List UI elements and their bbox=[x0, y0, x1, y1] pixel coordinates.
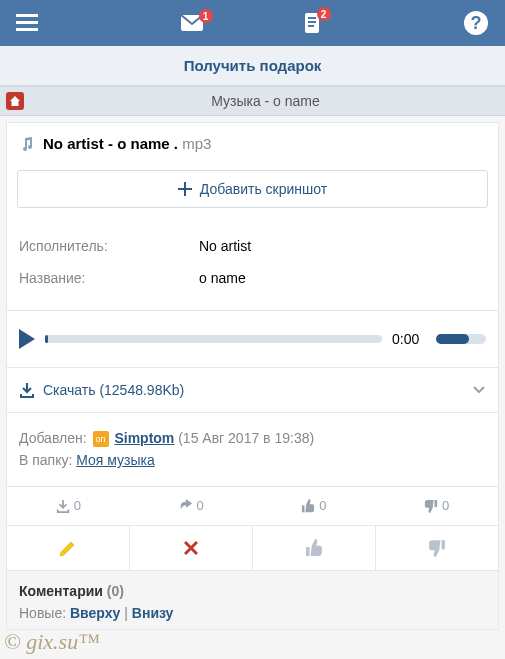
online-badge: on bbox=[93, 431, 109, 447]
actions-row bbox=[7, 525, 498, 570]
gift-bar: Получить подарок bbox=[0, 46, 505, 86]
edit-button[interactable] bbox=[7, 526, 130, 570]
help-icon: ? bbox=[463, 10, 489, 36]
volume-bar[interactable] bbox=[436, 334, 486, 344]
stat-downloads-count: 0 bbox=[74, 498, 81, 513]
pencil-icon bbox=[59, 539, 77, 557]
music-note-icon bbox=[19, 136, 35, 152]
upload-date: (15 Авг 2017 в 19:38) bbox=[178, 430, 314, 446]
meta-artist-label: Исполнитель: bbox=[19, 238, 199, 254]
player-time: 0:00 bbox=[392, 331, 426, 347]
progress-fill bbox=[45, 335, 48, 343]
expand-button[interactable] bbox=[472, 385, 486, 395]
svg-rect-0 bbox=[16, 14, 38, 17]
meta-name-value: o name bbox=[199, 270, 246, 286]
svg-rect-1 bbox=[16, 21, 38, 24]
mail-button[interactable]: 1 bbox=[181, 15, 203, 31]
comments-header: Коментарии (0) bbox=[7, 570, 498, 605]
mail-badge: 1 bbox=[199, 9, 213, 23]
content-card: No artist - o name . mp3 Добавить скринш… bbox=[6, 122, 499, 630]
download-icon bbox=[19, 382, 35, 398]
play-button[interactable] bbox=[19, 329, 35, 349]
added-line: Добавлен: on Simptom (15 Авг 2017 в 19:3… bbox=[19, 427, 486, 449]
stat-shares[interactable]: 0 bbox=[130, 487, 253, 525]
dislike-icon bbox=[424, 499, 438, 513]
sort-bottom[interactable]: Внизу bbox=[132, 605, 174, 621]
audio-player: 0:00 bbox=[7, 311, 498, 367]
house-icon bbox=[9, 95, 21, 107]
doc-button[interactable]: 2 bbox=[303, 13, 321, 33]
plus-icon bbox=[178, 182, 192, 196]
folder-label: В папку: bbox=[19, 452, 72, 468]
download-button[interactable]: Скачать (12548.98Kb) bbox=[19, 382, 184, 398]
track-ext: mp3 bbox=[178, 135, 211, 152]
svg-rect-6 bbox=[308, 21, 316, 23]
meta-artist-value: No artist bbox=[199, 238, 251, 254]
folder-line: В папку: Моя музыка bbox=[19, 449, 486, 471]
track-title: No artist - o name . mp3 bbox=[7, 123, 498, 164]
track-title-text: No artist - o name . mp3 bbox=[43, 135, 211, 152]
svg-rect-5 bbox=[308, 17, 316, 19]
folder-link[interactable]: Моя музыка bbox=[76, 452, 155, 468]
sort-sep: | bbox=[120, 605, 131, 621]
progress-bar[interactable] bbox=[45, 335, 382, 343]
stat-downloads[interactable]: 0 bbox=[7, 487, 130, 525]
comments-title: Коментарии bbox=[19, 583, 103, 599]
add-screenshot-button[interactable]: Добавить скриншот bbox=[17, 170, 488, 208]
added-block: Добавлен: on Simptom (15 Авг 2017 в 19:3… bbox=[7, 413, 498, 486]
cross-icon bbox=[184, 541, 198, 555]
track-name: No artist - o name . bbox=[43, 135, 178, 152]
help-button[interactable]: ? bbox=[463, 10, 489, 36]
stat-likes[interactable]: 0 bbox=[253, 487, 376, 525]
delete-button[interactable] bbox=[130, 526, 253, 570]
breadcrumb-title: Музыка - o name bbox=[32, 93, 499, 109]
watermark: © gix.su™ bbox=[4, 629, 100, 655]
meta-name-label: Название: bbox=[19, 270, 199, 286]
meta-artist-row: Исполнитель: No artist bbox=[19, 230, 486, 262]
svg-text:?: ? bbox=[471, 13, 482, 33]
svg-rect-2 bbox=[16, 28, 38, 31]
topbar-center: 1 2 bbox=[181, 13, 321, 33]
app-root: 1 2 ? Получить подарок Музыка - o name N… bbox=[0, 0, 505, 659]
comments-sort: Новые: Вверху | Внизу bbox=[7, 605, 498, 629]
download-icon bbox=[56, 499, 70, 513]
download-label: Скачать (12548.98Kb) bbox=[43, 382, 184, 398]
comments-count: (0) bbox=[107, 583, 124, 599]
stat-shares-count: 0 bbox=[197, 498, 204, 513]
like-button[interactable] bbox=[253, 526, 376, 570]
topbar: 1 2 ? bbox=[0, 0, 505, 46]
gift-link[interactable]: Получить подарок bbox=[184, 57, 322, 74]
add-screenshot-label: Добавить скриншот bbox=[200, 181, 327, 197]
stat-likes-count: 0 bbox=[319, 498, 326, 513]
added-label: Добавлен: bbox=[19, 430, 87, 446]
meta-block: Исполнитель: No artist Название: o name bbox=[7, 222, 498, 310]
uploader-link[interactable]: Simptom bbox=[114, 430, 174, 446]
sort-top[interactable]: Вверху bbox=[70, 605, 120, 621]
svg-rect-11 bbox=[178, 188, 192, 190]
home-icon[interactable] bbox=[6, 92, 24, 110]
menu-button[interactable] bbox=[16, 14, 38, 32]
like-icon bbox=[305, 539, 323, 557]
stats-row: 0 0 0 0 bbox=[7, 486, 498, 525]
menu-icon bbox=[16, 14, 38, 32]
stat-dislikes[interactable]: 0 bbox=[375, 487, 498, 525]
svg-rect-7 bbox=[308, 25, 314, 27]
breadcrumb: Музыка - o name bbox=[0, 86, 505, 116]
doc-badge: 2 bbox=[317, 7, 331, 21]
share-icon bbox=[179, 499, 193, 513]
dislike-icon bbox=[428, 539, 446, 557]
volume-fill bbox=[436, 334, 469, 344]
sort-label: Новые: bbox=[19, 605, 66, 621]
stat-dislikes-count: 0 bbox=[442, 498, 449, 513]
meta-name-row: Название: o name bbox=[19, 262, 486, 294]
dislike-button[interactable] bbox=[376, 526, 498, 570]
chevron-down-icon bbox=[472, 385, 486, 395]
like-icon bbox=[301, 499, 315, 513]
download-row: Скачать (12548.98Kb) bbox=[7, 368, 498, 412]
